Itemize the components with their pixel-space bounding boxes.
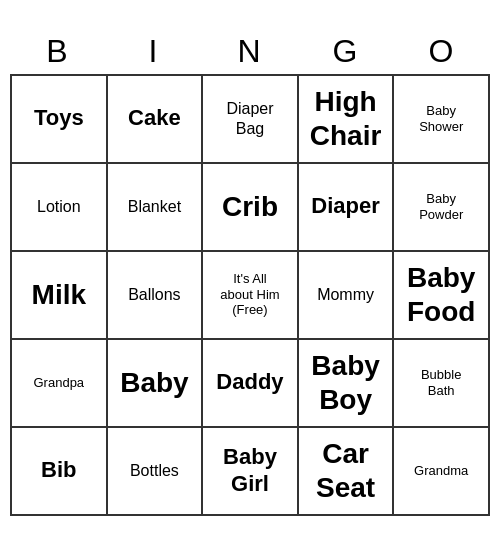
- cell-text: It's Allabout Him(Free): [220, 271, 279, 318]
- bingo-cell: Lotion: [12, 164, 108, 252]
- bingo-cell: Ballons: [108, 252, 204, 340]
- cell-text: BabyFood: [407, 261, 475, 328]
- cell-text: Mommy: [317, 285, 374, 304]
- cell-text: Ballons: [128, 285, 180, 304]
- cell-text: Grandma: [414, 463, 468, 479]
- bingo-cell: Diaper: [299, 164, 395, 252]
- cell-text: BabyShower: [419, 103, 463, 134]
- cell-text: Lotion: [37, 197, 81, 216]
- cell-text: Blanket: [128, 197, 181, 216]
- cell-text: Cake: [128, 105, 181, 131]
- cell-text: Toys: [34, 105, 84, 131]
- bingo-cell: Daddy: [203, 340, 299, 428]
- cell-text: HighChair: [310, 85, 382, 152]
- bingo-header: BINGO: [10, 29, 490, 74]
- cell-text: BabyGirl: [223, 444, 277, 497]
- header-letter: G: [298, 29, 394, 74]
- cell-text: BabyBoy: [311, 349, 379, 416]
- bingo-cell: It's Allabout Him(Free): [203, 252, 299, 340]
- bingo-cell: BabyPowder: [394, 164, 490, 252]
- header-letter: O: [394, 29, 490, 74]
- bingo-cell: BabyGirl: [203, 428, 299, 516]
- bingo-cell: Cake: [108, 76, 204, 164]
- bingo-cell: Grandpa: [12, 340, 108, 428]
- bingo-cell: BabyBoy: [299, 340, 395, 428]
- cell-text: Bib: [41, 457, 76, 483]
- bingo-cell: Blanket: [108, 164, 204, 252]
- bingo-cell: CarSeat: [299, 428, 395, 516]
- header-letter: N: [202, 29, 298, 74]
- bingo-cell: Toys: [12, 76, 108, 164]
- bingo-grid: ToysCakeDiaperBagHighChairBabyShowerLoti…: [10, 74, 490, 516]
- header-letter: B: [10, 29, 106, 74]
- cell-text: DiaperBag: [226, 99, 273, 137]
- cell-text: BabyPowder: [419, 191, 463, 222]
- cell-text: BubbleBath: [421, 367, 461, 398]
- bingo-cell: Grandma: [394, 428, 490, 516]
- bingo-cell: HighChair: [299, 76, 395, 164]
- bingo-cell: DiaperBag: [203, 76, 299, 164]
- cell-text: Grandpa: [34, 375, 85, 391]
- header-letter: I: [106, 29, 202, 74]
- bingo-cell: BabyFood: [394, 252, 490, 340]
- cell-text: Baby: [120, 366, 188, 400]
- cell-text: Diaper: [311, 193, 379, 219]
- bingo-cell: Mommy: [299, 252, 395, 340]
- cell-text: Bottles: [130, 461, 179, 480]
- bingo-card: BINGO ToysCakeDiaperBagHighChairBabyShow…: [10, 29, 490, 516]
- bingo-cell: Crib: [203, 164, 299, 252]
- bingo-cell: BubbleBath: [394, 340, 490, 428]
- bingo-cell: Milk: [12, 252, 108, 340]
- cell-text: Daddy: [216, 369, 283, 395]
- cell-text: CarSeat: [316, 437, 375, 504]
- bingo-cell: Bottles: [108, 428, 204, 516]
- bingo-cell: Baby: [108, 340, 204, 428]
- cell-text: Milk: [32, 278, 86, 312]
- bingo-cell: Bib: [12, 428, 108, 516]
- cell-text: Crib: [222, 190, 278, 224]
- bingo-cell: BabyShower: [394, 76, 490, 164]
